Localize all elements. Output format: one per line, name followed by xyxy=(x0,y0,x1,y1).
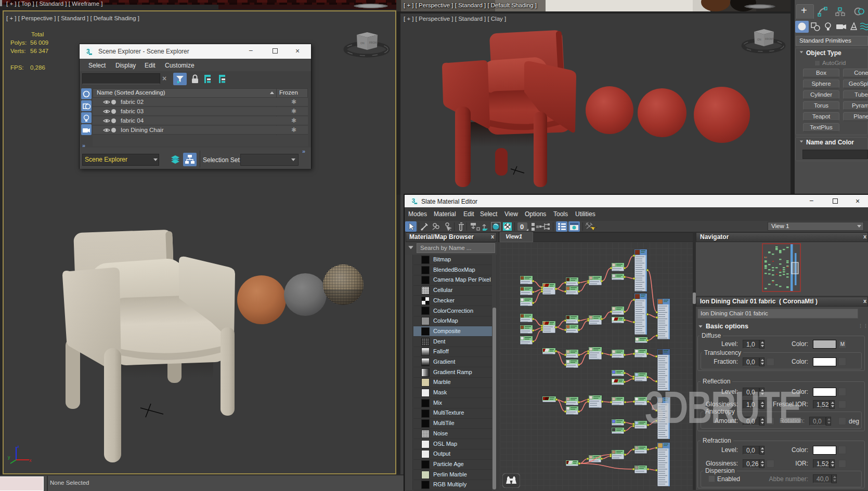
svg-text:FRONT: FRONT xyxy=(369,41,378,44)
svg-text:z: z xyxy=(17,444,19,449)
svg-text:y: y xyxy=(8,455,10,460)
svg-text:0: 0 xyxy=(520,223,524,231)
svg-text:FRONT: FRONT xyxy=(765,37,774,41)
svg-text:x: x xyxy=(29,458,32,463)
svg-text:ON: ON xyxy=(360,42,365,45)
svg-text:ON: ON xyxy=(757,38,761,41)
